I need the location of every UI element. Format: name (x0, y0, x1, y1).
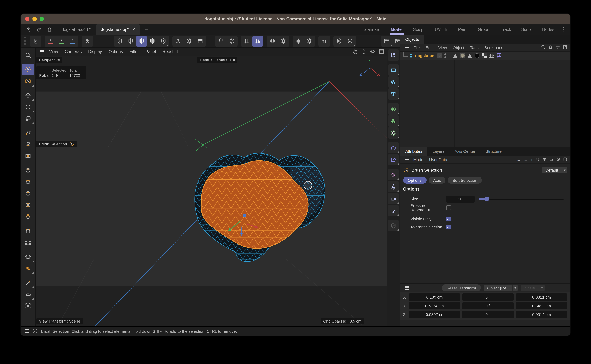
maximize[interactable] (377, 48, 385, 55)
spline-primitive[interactable] (388, 64, 399, 76)
symmetry[interactable] (293, 36, 304, 46)
camera-menu[interactable]: Default Camera (197, 57, 237, 63)
visible-only-checkbox[interactable]: ✓ (446, 216, 451, 221)
new-tab-button[interactable]: + (140, 24, 153, 34)
viewport-canvas[interactable]: Perspective Default Camera SelectedTotal… (36, 56, 387, 326)
attributes-menu-mode[interactable]: Mode (410, 157, 426, 162)
texture-tag[interactable] (459, 52, 465, 59)
layout-overflow-menu[interactable] (560, 24, 568, 34)
view-label[interactable]: Perspective (36, 57, 62, 63)
rotate[interactable] (22, 101, 34, 113)
gear[interactable] (304, 36, 315, 46)
find[interactable] (22, 49, 34, 61)
auto-mode[interactable]: A (345, 36, 356, 46)
polygons-mode[interactable] (136, 36, 147, 46)
viewport-menu-options[interactable]: Options (105, 49, 126, 54)
popout-icon[interactable] (563, 44, 567, 51)
viewport-menu-display[interactable]: Display (85, 49, 105, 54)
filter-icon[interactable] (542, 156, 547, 163)
coordinate-space-dropdown[interactable]: Object (Rel) ▾ (484, 285, 518, 291)
bridge[interactable] (22, 225, 34, 237)
object-row-dogstatue[interactable]: dogstatue (400, 52, 570, 60)
grid[interactable] (241, 36, 252, 46)
redo-button[interactable] (36, 26, 43, 32)
section-tab-options[interactable]: Options (403, 177, 426, 184)
object-tree-area[interactable] (400, 60, 570, 147)
move[interactable] (22, 90, 34, 101)
subdivide[interactable] (22, 199, 34, 211)
normals[interactable] (319, 36, 330, 46)
snap[interactable] (215, 36, 226, 46)
layout-tab-nodes[interactable]: Nodes (538, 24, 559, 34)
symmetry-object[interactable] (388, 169, 399, 180)
attributes-menu-userdata[interactable]: User Data (426, 157, 450, 162)
coordinates-menu-icon[interactable] (403, 285, 410, 291)
layout-tab-groom[interactable]: Groom (473, 24, 495, 34)
close-tab-icon[interactable]: × (132, 27, 135, 32)
generator[interactable] (388, 127, 399, 138)
filter-icon[interactable] (555, 44, 560, 51)
lock-icon[interactable] (549, 156, 553, 163)
forward-arrow-icon[interactable]: → (524, 157, 528, 162)
attributes-menu-icon[interactable] (403, 156, 410, 162)
primitive-cube[interactable] (388, 76, 399, 88)
normals-tag[interactable] (488, 52, 495, 59)
triangle-tag[interactable] (452, 52, 458, 59)
spline-pen[interactable] (22, 127, 34, 138)
layout-tab-track[interactable]: Track (496, 24, 516, 34)
quantize[interactable] (252, 36, 263, 46)
search-icon[interactable] (541, 44, 545, 51)
coordinate-space-value[interactable]: Object (Rel) (484, 285, 512, 291)
preset-dropdown-value[interactable]: Default (542, 167, 562, 173)
target-icon[interactable] (556, 156, 560, 163)
scale-dropdown-arrow[interactable]: ▾ (539, 285, 545, 291)
cube[interactable] (22, 164, 34, 176)
scale-dropdown[interactable]: Scale ▾ (521, 285, 545, 291)
rotation-x-field[interactable]: 0 ° (462, 293, 514, 301)
rect-selection[interactable] (22, 75, 34, 87)
tab-axis-center[interactable]: Axis Center (449, 147, 480, 156)
layout-tab-standard[interactable]: Standard (359, 24, 385, 34)
doc-tab-dogstatue-obj[interactable]: dogstatue.obj * × (96, 24, 140, 34)
lock-x[interactable]: X (45, 36, 56, 46)
camera[interactable] (388, 193, 399, 204)
viewport-menu-cameras[interactable]: Cameras (61, 49, 85, 54)
objects-menu-object[interactable]: Object (450, 45, 467, 50)
extrude[interactable] (22, 176, 34, 188)
model-mode[interactable] (147, 36, 158, 46)
viewport-menu-view[interactable]: View (46, 49, 61, 54)
edges-mode[interactable] (125, 36, 136, 46)
selection-tag[interactable] (496, 52, 502, 59)
section-tab-soft-selection[interactable]: Soft Selection (448, 177, 482, 184)
phong-tag[interactable] (474, 52, 480, 59)
brush-selection[interactable] (22, 64, 34, 75)
objects-menu-view[interactable]: View (435, 45, 450, 50)
doc-tab-dogstatue-c4d[interactable]: dogstatue.c4d * (56, 24, 96, 34)
viewport-menu-icon[interactable] (38, 48, 46, 55)
size-slider[interactable] (479, 195, 565, 202)
position-x-field[interactable]: 0.139 cm (409, 293, 460, 301)
tolerant-selection-checkbox[interactable]: ✓ (446, 225, 451, 229)
rotation-z-field[interactable]: 0 ° (462, 311, 514, 318)
viewport-menu-panel[interactable]: Panel (142, 49, 159, 54)
coordinate-space-arrow[interactable]: ▾ (512, 285, 518, 291)
tab-objects[interactable]: Objects (400, 35, 424, 44)
rectangle[interactable] (22, 150, 34, 162)
gear[interactable] (226, 36, 237, 46)
scale[interactable] (22, 113, 34, 124)
back-arrow-icon[interactable]: ← (517, 157, 521, 162)
pressure-dependent-checkbox[interactable] (446, 205, 451, 210)
layout-tab-sculpt[interactable]: Sculpt (408, 24, 429, 34)
objects-menu-tags[interactable]: Tags (467, 45, 482, 50)
gear[interactable] (278, 36, 289, 46)
viewport-menu-filter[interactable]: Filter (126, 49, 142, 54)
unfold[interactable] (22, 211, 34, 222)
deformer[interactable] (388, 142, 399, 153)
undo-button[interactable] (26, 26, 32, 32)
rotation-y-field[interactable]: 0 ° (462, 302, 514, 309)
titlebar[interactable]: dogstatue.obj * (Student License - Non-C… (21, 14, 570, 24)
isolate[interactable] (334, 36, 345, 46)
orbit[interactable] (368, 48, 377, 55)
visibility-dots[interactable] (444, 53, 446, 58)
dolly[interactable] (360, 48, 368, 55)
